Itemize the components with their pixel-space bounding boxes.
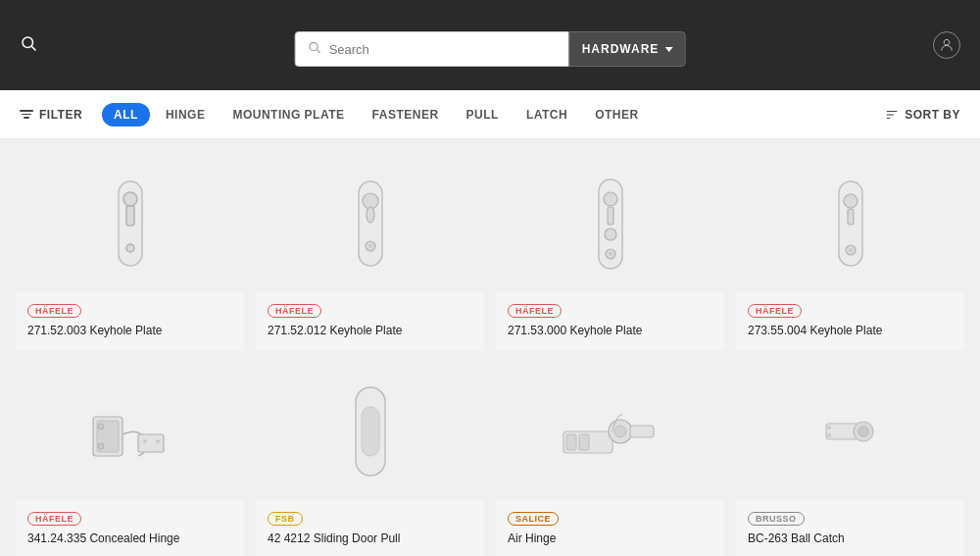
tab-all[interactable]: ALL [102, 103, 150, 126]
svg-point-10 [126, 244, 134, 252]
svg-rect-9 [126, 206, 134, 226]
svg-point-26 [849, 248, 853, 252]
brand-badge: HÄFELE [27, 304, 81, 318]
sort-button[interactable]: SORT BY [885, 108, 960, 122]
svg-point-23 [844, 194, 858, 208]
filter-label: FILTER [39, 108, 82, 122]
brand-badge: HÄFELE [268, 304, 321, 318]
svg-rect-41 [630, 426, 654, 437]
product-info: FSB 42 4212 Sliding Door Pull [256, 500, 484, 556]
hardware-dropdown[interactable]: HARDWARE [569, 31, 686, 67]
category-tabs: ALLHINGEMOUNTING PLATEFASTENERPULLLATCHO… [102, 103, 885, 126]
chevron-down-icon [664, 47, 672, 52]
filter-icon [20, 110, 33, 119]
product-info: HÄFELE 271.52.012 Keyhole Plate [256, 292, 484, 351]
product-name: 271.53.000 Keyhole Plate [508, 323, 712, 339]
search-input[interactable] [329, 42, 557, 57]
product-info: HÄFELE 341.24.335 Concealed Hinge [16, 500, 244, 556]
product-name: 271.52.012 Keyhole Plate [268, 323, 472, 339]
product-image [256, 363, 484, 500]
brand-badge: BRUSSO [748, 512, 805, 526]
svg-point-13 [367, 207, 374, 223]
filter-button[interactable]: FILTER [20, 108, 82, 122]
product-card-p6[interactable]: FSB 42 4212 Sliding Door Pull [256, 363, 484, 556]
svg-point-30 [98, 443, 104, 449]
tab-mounting[interactable]: MOUNTING PLATE [220, 103, 356, 126]
tab-pull[interactable]: PULL [455, 103, 511, 126]
svg-rect-38 [579, 434, 589, 450]
tab-fastener[interactable]: FASTENER [361, 103, 451, 126]
product-image [256, 155, 484, 292]
svg-rect-31 [138, 434, 164, 452]
svg-point-40 [614, 426, 626, 437]
tab-other[interactable]: OTHER [583, 103, 651, 126]
product-name: 271.52.003 Keyhole Plate [27, 323, 232, 339]
svg-rect-35 [362, 407, 379, 456]
svg-line-1 [31, 46, 35, 50]
brand-badge: FSB [268, 512, 303, 526]
product-card-p1[interactable]: HÄFELE 271.52.003 Keyhole Plate [16, 155, 244, 351]
svg-line-3 [317, 50, 319, 53]
svg-rect-37 [566, 434, 576, 450]
svg-rect-24 [848, 209, 854, 225]
product-image [496, 363, 724, 500]
product-card-p7[interactable]: SALICE Air Hinge [496, 363, 724, 556]
search-area: HARDWARE [295, 31, 686, 67]
hardware-label: HARDWARE [582, 42, 660, 56]
product-info: HÄFELE 271.53.000 Keyhole Plate [496, 292, 724, 351]
svg-point-32 [143, 439, 147, 443]
filter-bar: FILTER ALLHINGEMOUNTING PLATEFASTENERPUL… [0, 90, 980, 139]
header: SHAPER | HUB HARDWARE [0, 0, 980, 90]
svg-point-2 [310, 42, 318, 50]
brand-badge: HÄFELE [748, 304, 802, 318]
product-name: 273.55.004 Keyhole Plate [748, 323, 953, 339]
brand-badge: HÄFELE [508, 304, 562, 318]
svg-point-17 [604, 192, 617, 206]
product-name: BC-263 Ball Catch [748, 531, 953, 547]
tab-hinge[interactable]: HINGE [154, 103, 218, 126]
product-card-p8[interactable]: BRUSSO BC-263 Ball Catch [736, 363, 964, 556]
search-icon[interactable] [20, 34, 37, 56]
svg-rect-18 [608, 207, 613, 225]
product-info: SALICE Air Hinge [496, 500, 724, 556]
product-image [16, 155, 244, 292]
tab-latch[interactable]: LATCH [514, 103, 579, 126]
product-card-p5[interactable]: HÄFELE 341.24.335 Concealed Hinge [16, 363, 244, 556]
product-card-p2[interactable]: HÄFELE 271.52.012 Keyhole Plate [256, 155, 484, 351]
product-info: HÄFELE 273.55.004 Keyhole Plate [736, 292, 964, 351]
svg-point-15 [368, 244, 372, 248]
svg-point-46 [827, 433, 831, 437]
svg-point-19 [605, 228, 616, 240]
product-card-p3[interactable]: HÄFELE 271.53.000 Keyhole Plate [496, 155, 724, 351]
svg-point-0 [23, 37, 33, 48]
search-wrapper [295, 31, 569, 67]
svg-point-45 [827, 426, 831, 430]
sort-label: SORT BY [905, 108, 960, 122]
product-name: 42 4212 Sliding Door Pull [268, 531, 472, 547]
product-image [736, 155, 964, 292]
user-icon[interactable] [933, 31, 960, 59]
svg-point-44 [858, 427, 868, 436]
brand-badge: HÄFELE [27, 512, 81, 526]
product-card-p4[interactable]: HÄFELE 273.55.004 Keyhole Plate [736, 155, 964, 351]
product-info: HÄFELE 271.52.003 Keyhole Plate [16, 292, 244, 351]
product-image [736, 363, 964, 500]
sort-icon [885, 108, 899, 122]
product-grid: HÄFELE 271.52.003 Keyhole Plate HÄFELE 2… [0, 139, 980, 556]
product-name: Air Hinge [508, 531, 712, 547]
product-info: BRUSSO BC-263 Ball Catch [736, 500, 964, 556]
svg-point-8 [123, 192, 137, 206]
svg-point-33 [156, 439, 160, 443]
product-name: 341.24.335 Concealed Hinge [27, 531, 232, 547]
search-input-icon [308, 40, 321, 58]
product-image [16, 363, 244, 500]
brand-badge: SALICE [508, 512, 559, 526]
svg-point-29 [98, 424, 104, 430]
product-image [496, 155, 724, 292]
svg-point-21 [609, 252, 612, 256]
